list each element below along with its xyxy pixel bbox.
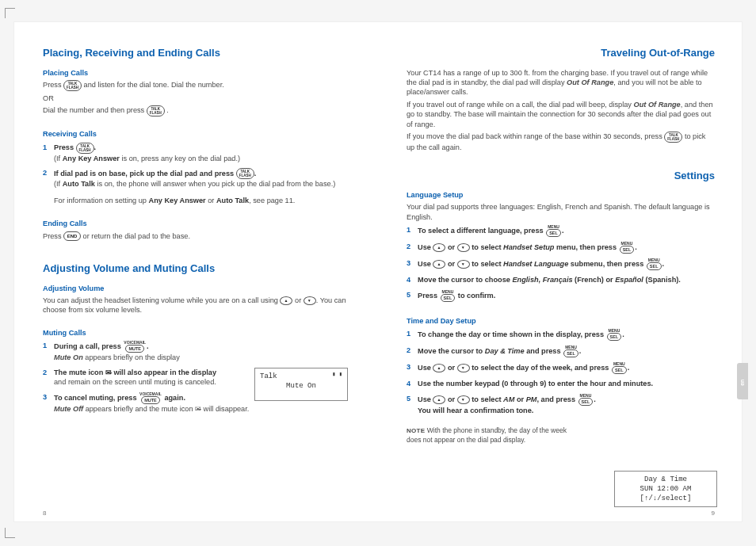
lang-intro: Your dial pad supports three languages: … [407,202,715,222]
menu-sel-button-icon: MENUSEL [607,329,622,341]
down-arrow-button-icon [304,296,316,305]
step-number: 4 [407,275,418,284]
down-arrow-button-icon [457,243,470,252]
voicemail-mute-button-icon: VOICEMAILMUTE [124,341,146,353]
lcd-line: SUN 12:00 AM [620,484,712,494]
travel-p2: If you travel out of range while on a ca… [407,100,715,129]
crop-mark [5,8,15,18]
text: Mute Off appears briefly and the mute ic… [54,405,249,413]
subhead-adj-volume: Adjusting Volume [43,284,351,293]
step-number: 3 [43,392,54,414]
text: Press TALKFLASH. [54,143,96,151]
step-number: 5 [407,394,418,415]
menu-sel-button-icon: MENUSEL [647,258,662,270]
subhead-time: Time and Day Setup [407,316,715,326]
down-arrow-button-icon [457,395,470,404]
page-number: 8 [43,510,46,518]
page-left: Placing, Receiving and Ending Calls Plac… [14,22,378,521]
voicemail-mute-button-icon: VOICEMAILMUTE [139,392,162,404]
text: . [166,107,169,115]
placing-line2: Dial the number and then press TALKFLASH… [43,105,351,116]
up-arrow-button-icon [433,395,445,404]
text: Press [43,81,63,89]
step-recv-1: 1 Press TALKFLASH. (If Any Key Answer is… [43,143,351,163]
lcd-line: [↑/↓/select] [620,494,712,503]
talk-flash-button-icon: TALKFLASH [147,105,165,116]
lcd-line: Day & Time [620,475,712,484]
text: To cancel muting, press VOICEMAILMUTE ag… [54,394,185,402]
step-time-2: 2Move the cursor to Day & Time and press… [407,346,715,357]
step-lang-5: 5Press MENUSEL to confirm. [407,290,715,302]
end-button-icon: END [63,231,81,241]
adj-text: You can adjust the headset listening vol… [43,296,351,315]
menu-sel-button-icon: MENUSEL [546,225,561,237]
up-arrow-button-icon [433,364,445,372]
text: (If Auto Talk is on, the phone will answ… [54,180,335,188]
menu-sel-button-icon: MENUSEL [563,346,578,357]
step-number: 2 [407,242,418,254]
step-number: 3 [407,362,418,374]
heading-placing: Placing, Receiving and Ending Calls [43,46,351,60]
mute-status-icon: ✉̶ [195,405,201,413]
step-lang-2: 2Use or to select Handset Setup menu, th… [407,242,715,254]
step-time-4: 4Use the number keypad (0 through 9) to … [407,379,715,388]
text: Press [43,232,63,240]
page-right: Traveling Out-of-Range Your CT14 has a r… [378,22,742,521]
up-arrow-button-icon [433,243,445,252]
text: and remain on the screen until muting is… [54,378,216,386]
talk-flash-button-icon: TALKFLASH [236,168,254,179]
text: (If Any Key Answer is on, press any key … [54,155,240,162]
language-tab: en [737,363,748,399]
mute-status-icon: ✉̶ [105,368,112,376]
heading-settings: Settings [407,169,715,183]
talk-flash-button-icon: TALKFLASH [76,143,94,154]
text: If dial pad is on base, pick up the dial… [54,170,256,178]
step-time-3: 3Use or to select the day of the week, a… [407,362,715,374]
subhead-ending: Ending Calls [43,219,351,228]
step-mute-1: 1 During a call, press VOICEMAILMUTE. Mu… [43,341,351,362]
step-lang-4: 4Move the cursor to choose English, Fran… [407,275,715,284]
step-number: 3 [407,258,418,270]
down-arrow-button-icon [457,260,470,269]
text: Dial the number and then press [43,107,147,115]
text: For information on setting up Any Key An… [54,196,351,205]
step-number: 1 [407,329,418,341]
placing-line1: Press TALKFLASH and listen for the dial … [43,80,351,91]
down-arrow-button-icon [457,364,470,372]
subhead-language: Language Setup [407,190,715,200]
step-recv-2: 2 If dial pad is on base, pick up the di… [43,168,351,208]
step-number: 4 [407,379,418,388]
lcd-display-mute: Talk▮ ▮ Mute On [254,368,348,401]
step-lang-1: 1To select a different language, press M… [407,225,715,237]
page-spread: Placing, Receiving and Ending Calls Plac… [14,22,742,521]
placing-or: OR [43,94,351,103]
lcd-line: Talk [260,372,277,380]
step-number: 2 [43,368,54,388]
menu-sel-button-icon: MENUSEL [620,242,635,254]
menu-sel-button-icon: MENUSEL [578,394,594,406]
step-lang-3: 3Use or to select Handset Language subme… [407,258,715,270]
text: During a call, press VOICEMAILMUTE. [54,342,149,350]
step-time-5: 5Use or to select AM or PM, and press ME… [407,394,715,415]
text: or return the dial pad to the base. [83,232,190,240]
crop-mark [5,528,15,538]
travel-p1: Your CT14 has a range of up to 300 ft. f… [407,68,715,97]
note-text: NOTE With the phone in standby, the day … [407,426,581,445]
menu-sel-button-icon: MENUSEL [612,362,627,374]
travel-p3: If you move the dial pad back within ran… [407,132,715,152]
text: The mute icon ✉̶ will also appear in the… [54,368,216,376]
heading-traveling: Traveling Out-of-Range [407,46,715,60]
subhead-receiving: Receiving Calls [43,129,351,139]
step-number: 5 [407,290,418,302]
text: You can adjust the headset listening vol… [43,296,280,304]
text: or [292,296,303,304]
ending-line: Press END or return the dial pad to the … [43,231,351,242]
step-time-1: 1To change the day or time shown in the … [407,329,715,341]
step-number: 2 [407,346,418,357]
menu-sel-button-icon: MENUSEL [441,290,456,302]
lcd-display-daytime: Day & Time SUN 12:00 AM [↑/↓/select] [614,471,717,507]
subhead-muting: Muting Calls [43,328,351,338]
talk-flash-button-icon: TALKFLASH [63,80,82,91]
step-number: 1 [43,341,54,362]
lcd-line: Mute On [260,381,342,391]
